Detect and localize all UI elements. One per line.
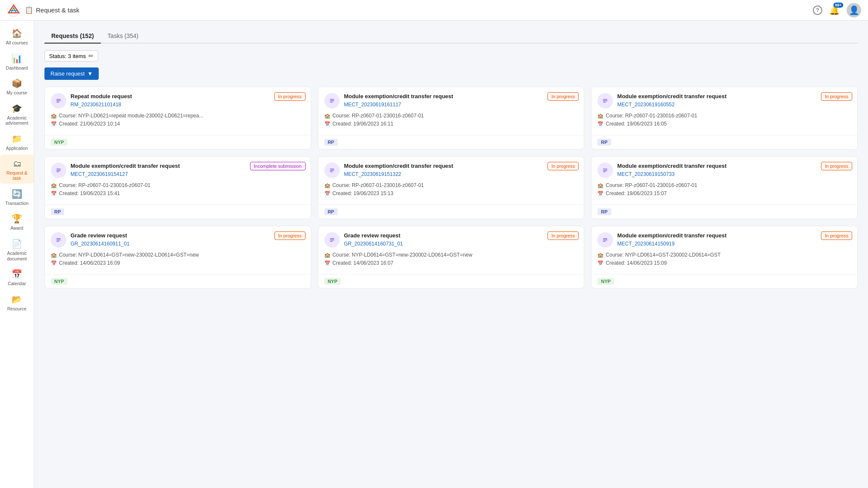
sidebar-item-my-course[interactable]: 📦 My course <box>0 74 34 98</box>
sidebar-item-resource[interactable]: 📂 Resource <box>0 290 34 314</box>
card-footer: NYP <box>318 274 584 288</box>
sidebar-item-academic-advisement[interactable]: 🎓 Academic advisement <box>0 99 34 129</box>
card-footer: NYP <box>45 135 311 149</box>
dashboard-icon: 📊 <box>12 53 22 64</box>
card-header: Module exemption/credit transfer request… <box>597 163 851 178</box>
card[interactable]: In progress Module exemption/credit tran… <box>318 87 585 149</box>
card[interactable]: In progress Module exemption/credit tran… <box>591 226 858 289</box>
page-title: 📋 Request & task <box>25 6 79 14</box>
notification-button[interactable]: 🔔 99+ <box>829 5 840 15</box>
sidebar-item-all-courses[interactable]: 🏠 All courses <box>0 24 34 48</box>
card-id[interactable]: MECT_20230614150919 <box>617 241 727 247</box>
sidebar-item-label-award: Award <box>11 225 24 231</box>
card-header: Grade review request GR_20230614160911_0… <box>51 232 305 248</box>
card-footer: NYP <box>591 274 857 288</box>
card-body: In progress Module exemption/credit tran… <box>591 226 857 272</box>
raise-request-button[interactable]: Raise request ▼ <box>44 67 99 80</box>
status-badge: Incomplete submission <box>250 162 306 170</box>
card-avatar <box>51 93 66 108</box>
academic-document-icon: 📄 <box>12 239 22 249</box>
topbar: 📋 Request & task ? 🔔 99+ 👤 <box>0 0 868 20</box>
card-footer: RP <box>318 205 584 219</box>
card-id[interactable]: RM_20230621101418 <box>71 102 132 108</box>
card-tag: RP <box>597 208 611 215</box>
course-text: Course: RP-z0607-01-230016-z0607-01 <box>59 182 150 188</box>
cards-grid: In progress Repeat module request RM_202… <box>44 87 858 289</box>
tab-requests[interactable]: Requests (152) <box>44 29 101 44</box>
card-course: 🏫 Course: RP-z0607-01-230016-z0607-01 <box>597 182 851 188</box>
help-button[interactable]: ? <box>813 5 822 15</box>
status-badge: In progress <box>547 92 579 101</box>
card-header: Module exemption/credit transfer request… <box>324 93 578 108</box>
card-body: Incomplete submission Module exemption/c… <box>45 157 311 203</box>
created-text: Created: 21/06/2023 10:14 <box>59 121 120 127</box>
sidebar-item-dashboard[interactable]: 📊 Dashboard <box>0 49 34 73</box>
card[interactable]: In progress Grade review request GR_2023… <box>318 226 585 289</box>
transaction-icon: 🔄 <box>12 189 22 199</box>
card-avatar <box>51 232 66 248</box>
sidebar-item-academic-document[interactable]: 📄 Academic document <box>0 234 34 264</box>
calendar-icon: 📅 <box>597 260 603 266</box>
card[interactable]: In progress Module exemption/credit tran… <box>591 156 858 219</box>
card[interactable]: In progress Repeat module request RM_202… <box>44 87 311 149</box>
course-icon: 🏫 <box>51 183 57 188</box>
app-logo[interactable] <box>7 3 21 17</box>
card-created: 📅 Created: 19/06/2023 16:11 <box>324 121 578 127</box>
card-id[interactable]: MECT_20230619154127 <box>71 171 180 177</box>
course-text: Course: RP-z0607-01-230016-z0607-01 <box>606 182 697 188</box>
status-filter[interactable]: Status: 3 items ✏ <box>44 50 98 61</box>
sidebar-item-award[interactable]: 🏆 Award <box>0 209 34 234</box>
sidebar-item-request-task[interactable]: 🗂 Request & task <box>0 155 34 184</box>
calendar-icon: 📅 <box>324 191 330 196</box>
sidebar-item-calendar[interactable]: 📅 Calendar <box>0 265 34 289</box>
calendar-icon: 📅 <box>51 191 57 196</box>
card-body: In progress Module exemption/credit tran… <box>591 157 857 203</box>
card-id[interactable]: GR_20230614160731_01 <box>344 241 403 247</box>
status-badge: In progress <box>547 162 579 170</box>
card-course: 🏫 Course: RP-z0607-01-230016-z0607-01 <box>597 113 851 119</box>
created-text: Created: 19/06/2023 15:41 <box>59 190 120 196</box>
course-icon: 🏫 <box>324 252 330 258</box>
card-title: Module exemption/credit transfer request <box>617 93 727 100</box>
card-id[interactable]: MECT_20230619151322 <box>344 171 453 177</box>
tab-tasks[interactable]: Tasks (354) <box>101 29 145 44</box>
card-course: 🏫 Course: RP-z0607-01-230016-z0607-01 <box>51 182 305 188</box>
created-text: Created: 14/06/2023 16:07 <box>332 260 394 266</box>
calendar-icon: 📅 <box>324 121 330 127</box>
card-footer: RP <box>45 205 311 219</box>
course-icon: 🏫 <box>51 252 57 258</box>
card-id[interactable]: MECT_20230619161117 <box>344 102 453 108</box>
card[interactable]: In progress Module exemption/credit tran… <box>318 156 585 219</box>
card-header: Module exemption/credit transfer request… <box>597 93 851 108</box>
card-avatar <box>324 93 340 108</box>
card[interactable]: In progress Grade review request GR_2023… <box>44 226 311 289</box>
card-avatar <box>597 93 613 108</box>
card[interactable]: Incomplete submission Module exemption/c… <box>44 156 311 219</box>
card-body: In progress Grade review request GR_2023… <box>45 226 311 272</box>
card-created: 📅 Created: 14/06/2023 16:07 <box>324 260 578 266</box>
calendar-icon: 📅 <box>597 121 603 127</box>
status-badge: In progress <box>274 92 306 101</box>
card-course: 🏫 Course: NYP-LD0614=GST=new-230002-LD06… <box>324 252 578 258</box>
card-title: Module exemption/credit transfer request <box>617 163 727 170</box>
course-text: Course: NYP-LD0614=GST-230002-LD0614=GST <box>606 252 721 258</box>
card-id[interactable]: MECT_20230619150733 <box>617 171 727 177</box>
card-title: Grade review request <box>71 232 129 240</box>
course-text: Course: RP-z0607-01-230016-z0607-01 <box>606 113 697 119</box>
sidebar-item-label-academic-advisement: Academic advisement <box>2 115 32 126</box>
card-tag: NYP <box>51 278 68 285</box>
calendar-icon: 📅 <box>51 121 57 127</box>
card-id[interactable]: GR_20230614160911_01 <box>71 241 129 247</box>
sidebar-item-transaction[interactable]: 🔄 Transaction <box>0 184 34 209</box>
card-id[interactable]: MECT_20230619160552 <box>617 102 727 108</box>
avatar[interactable]: 👤 <box>847 3 861 18</box>
card-tag: RP <box>597 139 611 146</box>
calendar-icon: 📅 <box>324 260 330 266</box>
edit-icon: ✏ <box>88 53 94 59</box>
course-icon: 🏫 <box>51 113 57 119</box>
my-course-icon: 📦 <box>12 78 22 88</box>
sidebar-item-application[interactable]: 📁 Application <box>0 129 34 154</box>
card[interactable]: In progress Module exemption/credit tran… <box>591 87 858 149</box>
main-content: Requests (152)Tasks (354) Status: 3 item… <box>34 20 868 488</box>
card-created: 📅 Created: 19/06/2023 15:07 <box>597 190 851 196</box>
